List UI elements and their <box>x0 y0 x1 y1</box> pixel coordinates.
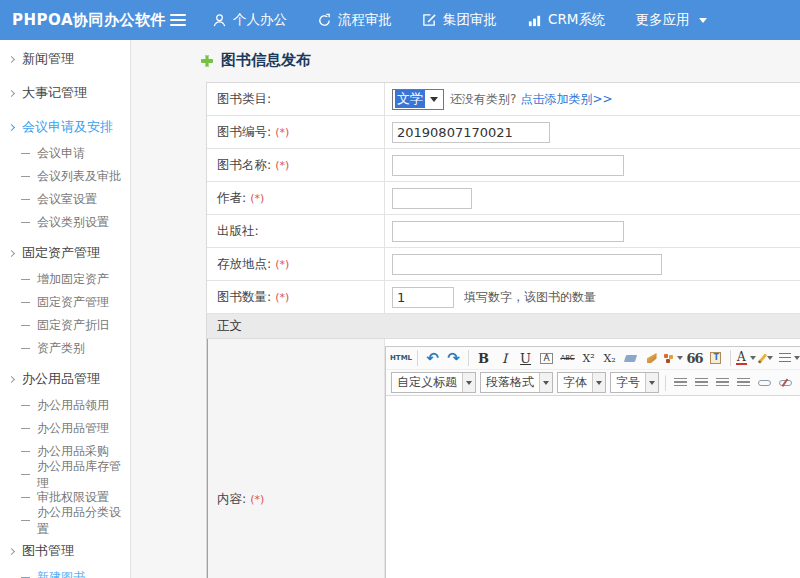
nav-item-personal-office[interactable]: 个人办公 <box>212 11 287 29</box>
sidebar-item[interactable]: 办公用品管理 <box>0 364 130 394</box>
caret-icon <box>767 356 773 360</box>
bullet-icon <box>21 451 30 452</box>
sidebar-item[interactable]: 新闻管理 <box>0 44 130 74</box>
form-row-location: 存放地点: (*) <box>207 248 800 281</box>
custom-heading-select[interactable]: 自定义标题 <box>391 372 476 393</box>
font-family-select[interactable]: 字体 <box>557 372 606 393</box>
sidebar-item[interactable]: 新建图书 <box>0 566 130 578</box>
nav-item-workflow-approval[interactable]: 流程审批 <box>317 11 392 29</box>
caret-icon <box>677 356 683 360</box>
sidebar-item[interactable]: 会议申请及安排 <box>0 112 130 142</box>
dropdown-arrow-icon <box>462 373 475 392</box>
toolbar-separator <box>730 350 731 366</box>
format-painter-button[interactable] <box>663 348 683 368</box>
caret-icon <box>750 356 756 360</box>
underline-button[interactable]: U <box>516 348 535 368</box>
sidebar-item[interactable]: 会议列表及审批 <box>0 165 130 188</box>
font-size-select[interactable]: 字号 <box>610 372 659 393</box>
form-row-author: 作者: (*) <box>207 182 800 215</box>
nav-item-crm-system[interactable]: CRM系统 <box>527 11 605 29</box>
redo-button[interactable]: ↷ <box>444 348 463 368</box>
editor-content-area[interactable] <box>386 396 800 578</box>
paragraph-format-select[interactable]: 段落格式 <box>480 372 553 393</box>
author-input[interactable] <box>392 188 472 209</box>
book-no-input[interactable] <box>392 122 550 143</box>
sidebar-item[interactable]: 办公用品分类设置 <box>0 509 130 532</box>
page-title: 图书信息发布 <box>200 51 311 70</box>
strikethrough-button[interactable]: ABC <box>558 348 577 368</box>
sidebar-item[interactable]: 办公用品库存管理 <box>0 463 130 486</box>
location-input[interactable] <box>392 254 662 275</box>
bullet-icon <box>21 222 30 223</box>
align-justify-button[interactable] <box>734 373 753 393</box>
dropdown-arrow-icon <box>645 373 658 392</box>
remove-format-button[interactable]: A <box>537 348 556 368</box>
bullet-icon <box>8 249 15 256</box>
chevron-down-icon <box>699 18 707 23</box>
category-select[interactable]: 文学 <box>392 89 444 110</box>
required-mark: (*) <box>250 192 264 205</box>
edit-square-icon <box>422 13 437 28</box>
book-name-input[interactable] <box>392 155 624 176</box>
align-right-button[interactable] <box>713 373 732 393</box>
body-section-header: 正文 <box>207 314 800 339</box>
bullet-icon <box>8 123 15 130</box>
sidebar-item[interactable]: 会议申请 <box>0 142 130 165</box>
quantity-input[interactable] <box>392 287 454 308</box>
hamburger-menu-icon[interactable] <box>170 14 186 26</box>
required-mark: (*) <box>275 159 289 172</box>
sidebar-item[interactable]: 资产类别 <box>0 337 130 360</box>
clear-html-button[interactable] <box>642 348 661 368</box>
add-plus-icon <box>200 54 214 68</box>
add-category-link[interactable]: 点击添加类别>> <box>520 91 612 108</box>
bullet-icon <box>21 176 30 177</box>
form-row-content: 内容: (*) HTML ↶ ↷ <box>207 339 800 578</box>
bullet-icon <box>21 153 30 154</box>
paste-plain-button[interactable] <box>706 348 725 368</box>
top-nav-items: 个人办公 流程审批 集团审批 CRM系统 更多应用 <box>212 11 707 29</box>
toolbar-separator <box>468 350 469 366</box>
undo-button[interactable]: ↶ <box>423 348 442 368</box>
sidebar-item[interactable]: 大事记管理 <box>0 78 130 108</box>
subscript-button[interactable]: X₂ <box>600 348 619 368</box>
highlight-color-button[interactable] <box>758 348 777 368</box>
sidebar-item[interactable]: 固定资产管理 <box>0 291 130 314</box>
book-form: 图书类目: 文学 还没有类别? 点击添加类别>> 图书编号: (*) <box>206 82 800 578</box>
superscript-button[interactable]: X² <box>579 348 598 368</box>
bullet-icon <box>21 199 30 200</box>
blockquote-button[interactable]: 66 <box>685 348 704 368</box>
align-left-button[interactable] <box>671 373 690 393</box>
person-icon <box>212 13 227 28</box>
form-row-category: 图书类目: 文学 还没有类别? 点击添加类别>> <box>207 83 800 116</box>
bullet-icon <box>21 405 30 406</box>
font-color-button[interactable]: A <box>736 348 756 368</box>
workflow-icon <box>317 13 332 28</box>
caret-icon <box>794 356 800 360</box>
publisher-input[interactable] <box>392 221 624 242</box>
unlink-button[interactable] <box>776 373 795 393</box>
bullet-icon <box>21 325 30 326</box>
sidebar-item[interactable]: 办公用品管理 <box>0 417 130 440</box>
sidebar-item[interactable]: 增加固定资产 <box>0 268 130 291</box>
link-button[interactable] <box>755 373 774 393</box>
align-center-button[interactable] <box>692 373 711 393</box>
sidebar-item[interactable]: 办公用品领用 <box>0 394 130 417</box>
bar-chart-icon <box>527 13 542 28</box>
nav-item-more-apps[interactable]: 更多应用 <box>635 11 707 29</box>
sidebar-item[interactable]: 固定资产折旧 <box>0 314 130 337</box>
sidebar-item[interactable]: 固定资产管理 <box>0 238 130 268</box>
ordered-list-button[interactable] <box>779 348 800 368</box>
required-mark: (*) <box>275 258 289 271</box>
bullet-icon <box>21 520 30 521</box>
html-source-button[interactable]: HTML <box>390 348 412 368</box>
sidebar-item[interactable]: 图书管理 <box>0 536 130 566</box>
dropdown-arrow-icon <box>592 373 605 392</box>
sidebar-item[interactable]: 会议室设置 <box>0 188 130 211</box>
nav-item-group-approval[interactable]: 集团审批 <box>422 11 497 29</box>
bullet-icon <box>8 547 15 554</box>
italic-button[interactable]: I <box>495 348 514 368</box>
bullet-icon <box>8 89 15 96</box>
bold-button[interactable]: B <box>474 348 493 368</box>
eraser-button[interactable] <box>621 348 640 368</box>
sidebar-item[interactable]: 会议类别设置 <box>0 211 130 234</box>
